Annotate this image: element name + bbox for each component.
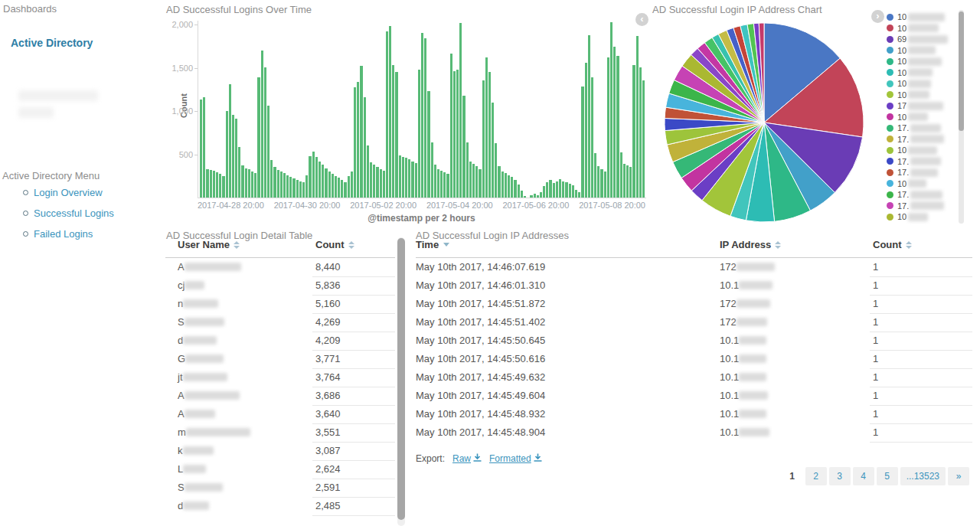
bar[interactable] [241, 165, 243, 198]
bar[interactable] [360, 66, 362, 198]
bar[interactable] [585, 63, 587, 198]
bar[interactable] [479, 169, 481, 198]
bar[interactable] [280, 172, 283, 198]
bar[interactable] [392, 65, 394, 198]
legend-item[interactable]: 10 [887, 23, 948, 34]
bar[interactable] [322, 165, 324, 198]
detail-table-scrollbar[interactable] [397, 237, 405, 526]
bar[interactable] [591, 77, 593, 198]
bar[interactable] [226, 111, 228, 198]
bar[interactable] [485, 57, 488, 198]
legend-scrollbar-thumb[interactable] [959, 11, 964, 131]
bar[interactable] [508, 175, 510, 198]
bar[interactable] [261, 51, 263, 198]
sidebar-item-failed-logins[interactable]: Failed Logins [23, 228, 114, 240]
bar[interactable] [418, 70, 420, 198]
legend-item[interactable]: 10 [887, 90, 948, 101]
column-header-user-name[interactable]: User Name [178, 239, 240, 250]
bar[interactable] [254, 173, 256, 198]
bar[interactable] [450, 54, 452, 198]
bar[interactable] [475, 166, 478, 198]
bar[interactable] [453, 71, 456, 198]
bar[interactable] [495, 143, 497, 198]
page-button-5[interactable]: 5 [877, 467, 898, 485]
bar[interactable] [235, 119, 237, 198]
legend-item[interactable]: 17. [887, 156, 948, 168]
bar[interactable] [376, 167, 378, 198]
export-formatted-link[interactable]: Formatted [489, 453, 542, 464]
legend-item[interactable]: 10 [887, 67, 948, 79]
bar[interactable] [518, 185, 520, 198]
bar[interactable] [216, 172, 218, 198]
bar[interactable] [312, 152, 315, 198]
bar[interactable] [402, 157, 404, 198]
bar[interactable] [597, 166, 599, 198]
bar[interactable] [469, 162, 472, 198]
legend-item[interactable]: 10 [887, 178, 948, 190]
export-raw-link[interactable]: Raw [452, 453, 482, 464]
bar[interactable] [636, 36, 639, 198]
bar[interactable] [530, 195, 532, 198]
bar[interactable] [415, 163, 417, 198]
chevron-left-icon[interactable]: ‹ [635, 13, 648, 26]
bar[interactable] [466, 142, 469, 198]
bar[interactable] [354, 87, 356, 198]
bar[interactable] [213, 171, 215, 198]
bar[interactable] [514, 180, 516, 198]
bar[interactable] [540, 192, 542, 198]
chevron-right-icon[interactable]: › [871, 10, 884, 23]
bar[interactable] [543, 186, 545, 198]
bar[interactable] [408, 159, 410, 198]
bar[interactable] [572, 185, 574, 198]
bar[interactable] [299, 181, 302, 198]
bar[interactable] [446, 174, 449, 198]
bar[interactable] [600, 169, 603, 198]
legend-item[interactable]: 10 [887, 211, 948, 223]
legend-item[interactable]: 10 [887, 145, 948, 156]
page-button-2[interactable]: 2 [805, 467, 827, 485]
bar[interactable] [380, 169, 382, 198]
bar[interactable] [302, 182, 305, 198]
legend-item[interactable]: 10 [887, 11, 948, 23]
legend-item[interactable]: 69 [887, 34, 948, 45]
bar[interactable] [206, 169, 208, 198]
bar[interactable] [296, 180, 299, 198]
bar[interactable] [498, 166, 500, 198]
bar[interactable] [335, 176, 337, 198]
bar[interactable] [315, 157, 318, 198]
bar[interactable] [546, 182, 548, 198]
sidebar-item-active-directory[interactable]: Active Directory [11, 37, 93, 49]
bar[interactable] [581, 87, 583, 198]
bar[interactable] [351, 172, 353, 198]
bar[interactable] [565, 182, 567, 198]
bar[interactable] [370, 162, 372, 198]
bar[interactable] [341, 180, 343, 198]
legend-item[interactable]: 17. [887, 189, 948, 201]
bar[interactable] [462, 96, 465, 198]
bar[interactable] [325, 168, 327, 198]
bar[interactable] [318, 162, 321, 198]
bar[interactable] [399, 155, 401, 198]
bar[interactable] [305, 175, 308, 198]
bar[interactable] [629, 167, 632, 198]
bar[interactable] [373, 165, 375, 198]
column-header-count[interactable]: Count [315, 239, 354, 250]
bar[interactable] [623, 164, 626, 198]
bar[interactable] [395, 72, 397, 198]
bar[interactable] [238, 147, 240, 198]
bar[interactable] [559, 179, 561, 198]
bar[interactable] [492, 103, 494, 198]
bar[interactable] [264, 67, 266, 198]
bar[interactable] [556, 181, 558, 198]
bar[interactable] [338, 178, 340, 198]
bar[interactable] [273, 167, 276, 198]
legend-item[interactable]: 17. [887, 201, 948, 212]
bar[interactable] [437, 169, 439, 198]
bar[interactable] [553, 183, 555, 198]
bar[interactable] [357, 82, 359, 198]
bar[interactable] [534, 194, 536, 198]
bar[interactable] [289, 177, 292, 198]
bar[interactable] [575, 190, 577, 198]
bar[interactable] [610, 22, 612, 198]
bar[interactable] [348, 176, 350, 198]
